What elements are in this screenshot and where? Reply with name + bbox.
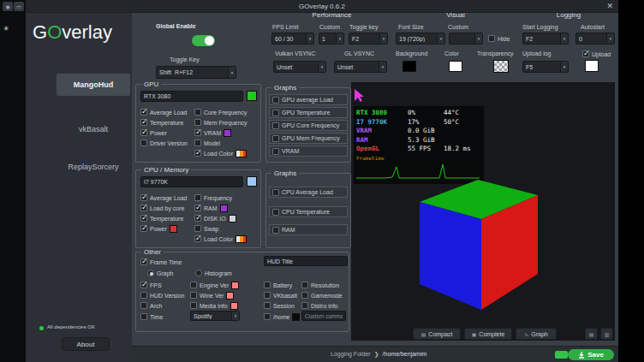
text-color-swatch[interactable] [449,61,462,72]
home-color-swatch[interactable] [292,313,300,321]
logging-folder-breadcrumb[interactable]: Logging Folder ❯ /home/benjamim [331,351,426,358]
graph-button[interactable]: ∿Graph [516,328,557,340]
time-checkbox[interactable]: Time [140,312,163,321]
cpu-load-by-core-checkbox[interactable]: Load by core [140,204,184,212]
compact-icon: ▤ [421,331,426,337]
hide-checkbox[interactable]: Hide [488,34,510,43]
preview-option-left-button[interactable]: ▤ [585,328,598,340]
preview-option-right-button[interactable]: ▥ [600,328,613,340]
home-checkbox[interactable]: /home [264,312,300,321]
gamemode-checkbox[interactable]: Gamemode [301,291,343,300]
disk-io-color-swatch[interactable] [229,215,236,223]
gpu-name-input[interactable] [140,91,243,102]
upload-log-select[interactable]: F5▾ [522,61,569,73]
engine-ver-checkbox[interactable]: Engine Ver [190,281,239,289]
status-bar: Logging Folder ❯ /home/benjamim Save [132,346,618,362]
ram-checkbox[interactable]: RAM [194,204,228,212]
transparency-button[interactable] [493,60,509,73]
compact-button[interactable]: ▤Compact [413,328,461,340]
sidebar-item-mangohud[interactable]: MangoHud [57,74,130,96]
cpu-load-color-checkbox[interactable]: Load Color [194,234,247,243]
gpu-average-load-checkbox[interactable]: Average Load [140,108,187,116]
engine-ver-color-swatch[interactable] [231,282,239,289]
graph-cpu-average-load-checkbox[interactable]: CPU Average Load [269,187,348,198]
hud-row-gpu: RTX 30800%44°C [356,109,481,118]
arch-checkbox[interactable]: Arch [140,301,162,310]
start-logging-select[interactable]: F2▾ [522,33,569,45]
wine-ver-color-swatch[interactable] [226,292,234,300]
checkbox-label: Wine Ver [200,293,224,299]
start-logging-label: Start Logging [522,24,558,30]
vkbasalt-checkbox[interactable]: VKbasalt [264,291,297,300]
custom-command-input[interactable] [301,311,346,321]
disk-io-checkbox[interactable]: DISK IO [194,214,236,223]
histogram-radio[interactable]: Histogram [195,269,232,277]
graph-gpu-temperature-checkbox[interactable]: GPU Temperature [269,107,348,118]
graph-ram-checkbox[interactable]: RAM [269,224,348,235]
window-icon[interactable]: ▭ [14,2,24,11]
cpu-temperature-checkbox[interactable]: Temperature [140,214,183,223]
global-enable-toggle[interactable] [192,35,215,46]
gpu-load-color-checkbox[interactable]: Load Color [194,149,247,157]
media-info-checkbox[interactable]: Media Info [190,301,238,310]
upload-checkbox[interactable]: Upload [582,50,611,58]
about-button[interactable]: About [62,337,110,351]
sidebar-item-replaysorcery[interactable]: ReplaySorcery [57,159,130,175]
camera-icon[interactable]: ◉ [3,2,13,11]
graph-gpu-mem-frequency-checkbox[interactable]: GPU Mem Frequency [269,133,348,144]
font-size-select[interactable]: 19 (720p)▾ [396,33,445,45]
session-checkbox[interactable]: Session [264,301,295,310]
fps-limit-select[interactable]: 60 / 30▾ [271,33,314,45]
gpu-mem-frequency-checkbox[interactable]: Mem Frequency [194,118,247,127]
autostart-select[interactable]: 0▾ [575,33,615,45]
battery-checkbox[interactable]: Battery [264,281,292,289]
graph-gpu-core-frequency-checkbox[interactable]: GPU Core Frequency [269,120,348,131]
cpu-name-input[interactable] [140,176,243,187]
graph-radio[interactable]: Graph [147,269,173,277]
cpu-color-swatch[interactable] [247,176,257,187]
sidebar-item-vkbasalt[interactable]: vkBasalt [57,122,130,137]
gpu-power-checkbox[interactable]: Power [140,128,167,137]
graph-gpu-average-load-checkbox[interactable]: GPU average Load [269,94,348,105]
gpu-color-swatch[interactable] [247,91,257,101]
hud-title-input[interactable] [264,256,348,266]
cpu-frequency-checkbox[interactable]: Frequency [194,193,232,202]
gpu-driver-version-checkbox[interactable]: Driver Version [140,139,188,147]
gl-vsync-select[interactable]: Unset▾ [334,61,387,73]
upload-log-swatch[interactable] [585,60,599,72]
distro-info-checkbox[interactable]: Distro info [301,301,338,310]
select-value: 19 (720p) [397,36,437,42]
media-player-select[interactable]: Spotify▾ [190,311,240,321]
gpu-temperature-checkbox[interactable]: Temperature [140,118,183,127]
checkbox-icon [140,302,147,309]
cpu-average-load-checkbox[interactable]: Average Load [140,193,187,202]
complete-button[interactable]: ▣Complete [464,328,512,340]
gpu-vram-checkbox[interactable]: VRAM [194,128,231,137]
load-color-swatch[interactable] [236,235,247,243]
swap-checkbox[interactable]: Swap [194,224,219,233]
vram-color-swatch[interactable] [224,129,231,137]
frame-time-checkbox[interactable]: Frame Time [140,258,182,266]
save-button[interactable]: Save [568,349,614,360]
fps-custom-select[interactable]: 1▾ [319,33,344,45]
hud-version-checkbox[interactable]: HUD Version [140,291,184,300]
resolution-checkbox[interactable]: Resolution [301,281,339,289]
fps-checkbox[interactable]: FPS [140,281,162,289]
position-cursor-icon[interactable] [353,88,367,103]
gpu-model-checkbox[interactable]: Model [194,139,220,147]
cpu-power-checkbox[interactable]: Power [140,224,177,233]
vulkan-vsync-select[interactable]: Unset▾ [273,61,326,73]
perf-toggle-key-select[interactable]: F2▾ [349,33,388,45]
graph-cpu-temperature-checkbox[interactable]: CPU Temperature [269,206,348,217]
close-icon[interactable]: ✕ [606,2,613,10]
gpu-core-frequency-checkbox[interactable]: Core Frequency [194,108,247,116]
background-color-swatch[interactable] [402,61,416,72]
load-color-swatch[interactable] [236,150,247,157]
power-color-swatch[interactable] [170,225,177,233]
wine-ver-checkbox[interactable]: Wine Ver [190,291,234,300]
media-info-color-swatch[interactable] [230,302,238,310]
ram-color-swatch[interactable] [220,205,228,212]
visual-custom-select[interactable]: ▾ [449,33,483,45]
graph-vram-checkbox[interactable]: VRAM [269,145,348,157]
toggle-key-select[interactable]: Shift_R+F12 ▾ [156,66,236,79]
